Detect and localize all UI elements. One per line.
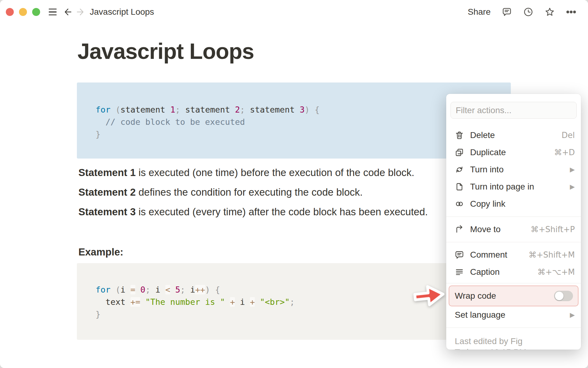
zoom-window-button[interactable] — [32, 8, 40, 16]
back-arrow-icon[interactable] — [63, 7, 73, 17]
menu-divider — [446, 328, 581, 328]
forward-arrow-icon[interactable] — [76, 7, 85, 17]
sidebar-menu-icon[interactable] — [49, 9, 57, 15]
menu-footer-line: Last edited by Fig — [455, 336, 572, 347]
menu-item-move-to[interactable]: Move to⌘+Shift+P — [446, 221, 581, 238]
menu-item-label: Move to — [470, 224, 525, 234]
duplicate-icon — [454, 147, 465, 158]
menu-item-set-language[interactable]: Set language▶ — [446, 306, 581, 324]
menu-divider — [446, 283, 581, 283]
app-window: Javascript Loops Share Javascript Loops … — [0, 0, 588, 368]
menu-item-turn-into-page-in[interactable]: Turn into page in▶ — [446, 178, 581, 195]
menu-footer-line: Today at 10:15 PM — [455, 347, 572, 350]
menu-divider — [446, 217, 581, 217]
share-button[interactable]: Share — [468, 7, 491, 17]
caption-icon — [454, 267, 465, 277]
menu-footer: Last edited by FigToday at 10:15 PM — [446, 332, 581, 350]
paragraph: Statement 1 is executed (one time) befor… — [78, 166, 446, 180]
paragraph: Statement 2 defines the condition for ex… — [78, 185, 446, 199]
submenu-arrow-icon: ▶ — [570, 166, 575, 173]
body-paragraphs: Statement 1 is executed (one time) befor… — [78, 166, 446, 224]
turn-into-icon — [454, 164, 465, 175]
menu-item-shortcut: ⌘+⌥+M — [537, 267, 575, 277]
submenu-arrow-icon: ▶ — [570, 183, 575, 190]
menu-item-label: Caption — [470, 267, 532, 277]
minimize-window-button[interactable] — [19, 8, 27, 16]
submenu-arrow-icon: ▶ — [570, 311, 575, 319]
menu-item-label: Wrap code — [455, 291, 554, 301]
wrap-code-toggle[interactable] — [554, 291, 573, 301]
close-window-button[interactable] — [6, 8, 14, 16]
traffic-lights — [6, 8, 40, 16]
menu-divider — [446, 242, 581, 242]
filter-actions-input[interactable] — [451, 105, 576, 115]
menu-item-shortcut: ⌘+Shift+M — [529, 250, 575, 259]
menu-item-label: Comment — [470, 250, 523, 260]
menu-item-wrap-code[interactable]: Wrap code — [449, 286, 579, 306]
menu-item-shortcut: ⌘+Shift+P — [531, 225, 575, 234]
trash-icon — [454, 130, 465, 140]
menu-item-label: Turn into — [470, 165, 564, 174]
menu-item-label: Delete — [470, 130, 556, 140]
menu-item-label: Turn into page in — [470, 182, 564, 192]
code-block-selected[interactable]: for (statement 1; statement 2; statement… — [77, 82, 511, 159]
menu-item-label: Duplicate — [470, 148, 548, 157]
page-title: Javascript Loops — [77, 39, 254, 64]
menu-item-shortcut: ⌘+D — [554, 148, 575, 157]
page-icon — [454, 182, 465, 192]
history-clock-icon[interactable] — [523, 7, 533, 17]
paragraph: Statement 3 is executed (every time) aft… — [78, 205, 446, 219]
titlebar: Javascript Loops Share — [0, 0, 588, 24]
menu-item-label: Copy link — [470, 199, 575, 209]
more-options-icon[interactable] — [566, 7, 576, 17]
link-icon — [454, 199, 465, 209]
block-context-menu: DeleteDelDuplicate⌘+DTurn into▶Turn into… — [446, 94, 581, 350]
example-label: Example: — [78, 245, 123, 259]
menu-item-shortcut: Del — [562, 131, 575, 140]
toggle-knob — [555, 292, 564, 300]
menu-item-copy-link[interactable]: Copy link — [446, 195, 581, 213]
favorite-star-icon[interactable] — [545, 7, 555, 17]
menu-item-caption[interactable]: Caption⌘+⌥+M — [446, 263, 581, 281]
comments-icon[interactable] — [502, 7, 512, 17]
menu-item-delete[interactable]: DeleteDel — [446, 127, 581, 144]
menu-item-turn-into[interactable]: Turn into▶ — [446, 161, 581, 178]
window-title: Javascript Loops — [90, 7, 154, 17]
menu-item-comment[interactable]: Comment⌘+Shift+M — [446, 246, 581, 263]
menu-item-duplicate[interactable]: Duplicate⌘+D — [446, 144, 581, 161]
red-callout-arrow-icon — [409, 280, 449, 311]
comment-icon — [454, 250, 465, 260]
move-to-icon — [454, 224, 465, 235]
menu-item-label: Set language — [455, 310, 564, 320]
filter-actions-field[interactable] — [450, 102, 577, 119]
